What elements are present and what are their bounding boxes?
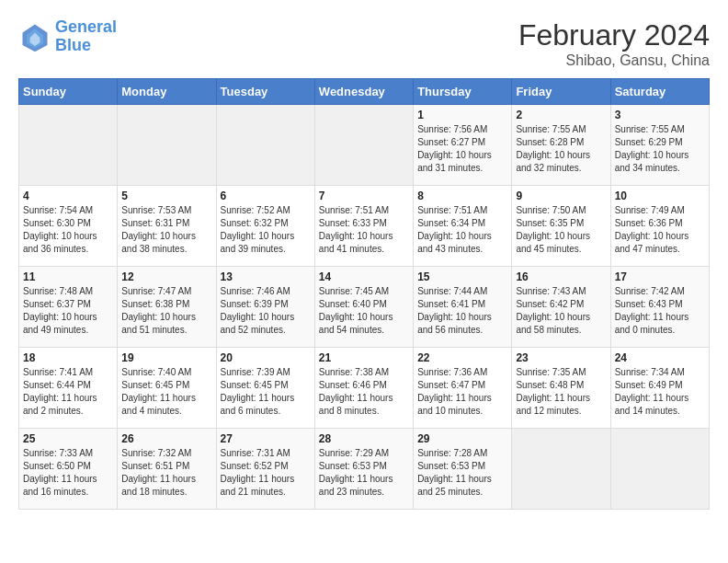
day-info: Sunrise: 7:39 AM Sunset: 6:45 PM Dayligh… — [221, 366, 311, 418]
calendar-title: February 2024 — [518, 18, 710, 52]
day-number: 8 — [417, 190, 507, 202]
weekday-header-row: SundayMondayTuesdayWednesdayThursdayFrid… — [19, 79, 710, 105]
day-number: 22 — [417, 351, 507, 364]
day-number: 9 — [516, 190, 606, 202]
weekday-header-wednesday: Wednesday — [314, 79, 413, 105]
logo: General Blue — [18, 18, 117, 55]
calendar-cell: 28Sunrise: 7:29 AM Sunset: 6:53 PM Dayli… — [314, 429, 413, 510]
day-info: Sunrise: 7:47 AM Sunset: 6:38 PM Dayligh… — [121, 285, 211, 337]
calendar-cell — [19, 105, 118, 186]
day-number: 24 — [615, 351, 705, 364]
calendar-cell: 14Sunrise: 7:45 AM Sunset: 6:40 PM Dayli… — [314, 267, 413, 348]
day-number: 29 — [417, 432, 507, 445]
day-info: Sunrise: 7:55 AM Sunset: 6:28 PM Dayligh… — [516, 123, 606, 175]
day-number: 18 — [23, 351, 113, 364]
weekday-header-monday: Monday — [118, 79, 216, 105]
day-info: Sunrise: 7:36 AM Sunset: 6:47 PM Dayligh… — [417, 366, 507, 418]
logo-text: General Blue — [55, 18, 117, 55]
calendar-cell: 8Sunrise: 7:51 AM Sunset: 6:34 PM Daylig… — [414, 186, 512, 267]
calendar-cell: 16Sunrise: 7:43 AM Sunset: 6:42 PM Dayli… — [512, 267, 610, 348]
day-info: Sunrise: 7:56 AM Sunset: 6:27 PM Dayligh… — [417, 123, 507, 175]
calendar-subtitle: Shibao, Gansu, China — [518, 52, 710, 69]
day-number: 1 — [417, 109, 507, 121]
calendar-cell — [610, 429, 709, 510]
calendar-cell: 19Sunrise: 7:40 AM Sunset: 6:45 PM Dayli… — [118, 348, 216, 429]
day-info: Sunrise: 7:40 AM Sunset: 6:45 PM Dayligh… — [121, 366, 211, 418]
calendar-cell: 29Sunrise: 7:28 AM Sunset: 6:53 PM Dayli… — [414, 429, 512, 510]
calendar-cell: 25Sunrise: 7:33 AM Sunset: 6:50 PM Dayli… — [19, 429, 118, 510]
calendar-cell: 20Sunrise: 7:39 AM Sunset: 6:45 PM Dayli… — [216, 348, 314, 429]
calendar-cell: 6Sunrise: 7:52 AM Sunset: 6:32 PM Daylig… — [216, 186, 314, 267]
day-info: Sunrise: 7:33 AM Sunset: 6:50 PM Dayligh… — [23, 447, 113, 499]
day-info: Sunrise: 7:50 AM Sunset: 6:35 PM Dayligh… — [516, 204, 606, 256]
calendar-cell: 27Sunrise: 7:31 AM Sunset: 6:52 PM Dayli… — [216, 429, 314, 510]
calendar-cell — [512, 429, 610, 510]
calendar-cell: 10Sunrise: 7:49 AM Sunset: 6:36 PM Dayli… — [610, 186, 709, 267]
day-info: Sunrise: 7:34 AM Sunset: 6:49 PM Dayligh… — [615, 366, 705, 418]
day-info: Sunrise: 7:32 AM Sunset: 6:51 PM Dayligh… — [121, 447, 211, 499]
day-number: 14 — [319, 270, 409, 283]
weekday-header-thursday: Thursday — [414, 79, 512, 105]
day-info: Sunrise: 7:54 AM Sunset: 6:30 PM Dayligh… — [23, 204, 113, 256]
day-number: 12 — [121, 270, 211, 283]
day-info: Sunrise: 7:46 AM Sunset: 6:39 PM Dayligh… — [221, 285, 311, 337]
day-info: Sunrise: 7:53 AM Sunset: 6:31 PM Dayligh… — [121, 204, 211, 256]
calendar-week-5: 25Sunrise: 7:33 AM Sunset: 6:50 PM Dayli… — [19, 429, 710, 510]
day-number: 10 — [615, 190, 705, 202]
calendar-cell: 22Sunrise: 7:36 AM Sunset: 6:47 PM Dayli… — [414, 348, 512, 429]
calendar-cell: 5Sunrise: 7:53 AM Sunset: 6:31 PM Daylig… — [118, 186, 216, 267]
calendar-cell — [216, 105, 314, 186]
calendar-week-2: 4Sunrise: 7:54 AM Sunset: 6:30 PM Daylig… — [19, 186, 710, 267]
calendar-week-1: 1Sunrise: 7:56 AM Sunset: 6:27 PM Daylig… — [19, 105, 710, 186]
day-number: 23 — [516, 351, 606, 364]
day-number: 4 — [23, 190, 113, 202]
calendar-cell: 2Sunrise: 7:55 AM Sunset: 6:28 PM Daylig… — [512, 105, 610, 186]
page-header: General Blue February 2024 Shibao, Gansu… — [18, 18, 710, 69]
day-number: 27 — [221, 432, 311, 445]
day-number: 16 — [516, 270, 606, 283]
day-info: Sunrise: 7:51 AM Sunset: 6:33 PM Dayligh… — [319, 204, 409, 256]
weekday-header-sunday: Sunday — [19, 79, 118, 105]
weekday-header-friday: Friday — [512, 79, 610, 105]
day-info: Sunrise: 7:29 AM Sunset: 6:53 PM Dayligh… — [319, 447, 409, 499]
day-number: 17 — [615, 270, 705, 283]
day-info: Sunrise: 7:52 AM Sunset: 6:32 PM Dayligh… — [221, 204, 311, 256]
calendar-body: 1Sunrise: 7:56 AM Sunset: 6:27 PM Daylig… — [19, 105, 710, 510]
day-number: 5 — [121, 190, 211, 202]
day-info: Sunrise: 7:55 AM Sunset: 6:29 PM Dayligh… — [615, 123, 705, 175]
calendar-cell: 12Sunrise: 7:47 AM Sunset: 6:38 PM Dayli… — [118, 267, 216, 348]
calendar-cell: 26Sunrise: 7:32 AM Sunset: 6:51 PM Dayli… — [118, 429, 216, 510]
calendar-cell: 13Sunrise: 7:46 AM Sunset: 6:39 PM Dayli… — [216, 267, 314, 348]
calendar-table: SundayMondayTuesdayWednesdayThursdayFrid… — [18, 78, 710, 510]
day-number: 25 — [23, 432, 113, 445]
day-info: Sunrise: 7:48 AM Sunset: 6:37 PM Dayligh… — [23, 285, 113, 337]
weekday-header-tuesday: Tuesday — [216, 79, 314, 105]
day-number: 6 — [221, 190, 311, 202]
day-info: Sunrise: 7:45 AM Sunset: 6:40 PM Dayligh… — [319, 285, 409, 337]
calendar-cell: 17Sunrise: 7:42 AM Sunset: 6:43 PM Dayli… — [610, 267, 709, 348]
day-info: Sunrise: 7:51 AM Sunset: 6:34 PM Dayligh… — [417, 204, 507, 256]
calendar-cell: 4Sunrise: 7:54 AM Sunset: 6:30 PM Daylig… — [19, 186, 118, 267]
day-info: Sunrise: 7:38 AM Sunset: 6:46 PM Dayligh… — [319, 366, 409, 418]
day-number: 21 — [319, 351, 409, 364]
day-info: Sunrise: 7:49 AM Sunset: 6:36 PM Dayligh… — [615, 204, 705, 256]
calendar-cell: 3Sunrise: 7:55 AM Sunset: 6:29 PM Daylig… — [610, 105, 709, 186]
logo-icon — [18, 20, 51, 53]
day-number: 19 — [121, 351, 211, 364]
calendar-cell — [118, 105, 216, 186]
calendar-cell: 7Sunrise: 7:51 AM Sunset: 6:33 PM Daylig… — [314, 186, 413, 267]
day-info: Sunrise: 7:41 AM Sunset: 6:44 PM Dayligh… — [23, 366, 113, 418]
day-info: Sunrise: 7:43 AM Sunset: 6:42 PM Dayligh… — [516, 285, 606, 337]
calendar-cell: 21Sunrise: 7:38 AM Sunset: 6:46 PM Dayli… — [314, 348, 413, 429]
calendar-cell: 18Sunrise: 7:41 AM Sunset: 6:44 PM Dayli… — [19, 348, 118, 429]
day-info: Sunrise: 7:28 AM Sunset: 6:53 PM Dayligh… — [417, 447, 507, 499]
day-number: 7 — [319, 190, 409, 202]
day-number: 11 — [23, 270, 113, 283]
calendar-cell: 15Sunrise: 7:44 AM Sunset: 6:41 PM Dayli… — [414, 267, 512, 348]
day-info: Sunrise: 7:35 AM Sunset: 6:48 PM Dayligh… — [516, 366, 606, 418]
calendar-cell: 24Sunrise: 7:34 AM Sunset: 6:49 PM Dayli… — [610, 348, 709, 429]
calendar-cell: 9Sunrise: 7:50 AM Sunset: 6:35 PM Daylig… — [512, 186, 610, 267]
day-number: 15 — [417, 270, 507, 283]
day-number: 20 — [221, 351, 311, 364]
day-number: 2 — [516, 109, 606, 121]
